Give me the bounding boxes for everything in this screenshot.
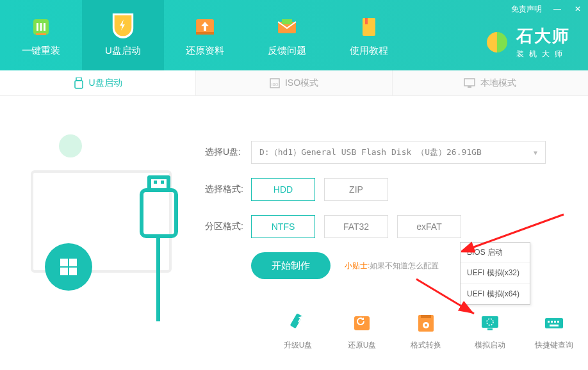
usb-illustration: [140, 188, 178, 238]
partition-option-exfat[interactable]: exFAT: [397, 215, 461, 238]
svg-rect-16: [468, 86, 471, 88]
usb-icon: [74, 77, 84, 89]
svg-rect-34: [557, 321, 559, 323]
tool-label: 快捷键查询: [535, 340, 573, 351]
tool-row: 升级U盘 还原U盘 格式转换 模拟启动 快捷键查询: [275, 312, 576, 351]
bars-icon: [28, 14, 54, 40]
svg-rect-35: [550, 325, 559, 326]
svg-rect-18: [69, 259, 77, 266]
book-icon: [356, 14, 382, 40]
svg-text:ISO: ISO: [272, 83, 279, 86]
usb-restore-icon: [350, 312, 373, 335]
menu-item-uefi-x32[interactable]: UEFI 模拟(x32): [461, 263, 530, 284]
menu-item-uefi-x64[interactable]: UEFI 模拟(x64): [461, 284, 530, 304]
label-select-disk: 选择U盘:: [205, 147, 251, 158]
svg-rect-33: [554, 321, 556, 323]
svg-rect-4: [36, 33, 46, 35]
tool-label: 格式转换: [411, 340, 441, 351]
svg-rect-31: [548, 321, 550, 323]
logo-icon: [484, 29, 510, 55]
tool-label: 升级U盘: [284, 340, 313, 351]
nav-restore-data[interactable]: 还原资料: [164, 0, 246, 70]
nav-usb-boot[interactable]: U盘启动: [82, 0, 164, 70]
chevron-down-icon: ▼: [534, 149, 537, 156]
simulate-boot-menu: BIOS 启动 UEFI 模拟(x32) UEFI 模拟(x64): [460, 242, 530, 305]
svg-rect-32: [551, 321, 553, 323]
tool-label: 模拟启动: [475, 340, 505, 351]
menu-item-bios[interactable]: BIOS 启动: [461, 243, 530, 263]
windows-logo-circle: [45, 243, 92, 291]
svg-rect-30: [545, 318, 563, 328]
svg-point-26: [425, 324, 427, 326]
svg-rect-29: [487, 328, 493, 330]
format-option-hdd[interactable]: HDD: [251, 178, 315, 201]
svg-rect-24: [421, 315, 431, 318]
start-button[interactable]: 开始制作: [251, 252, 331, 279]
svg-rect-6: [196, 32, 214, 35]
disclaimer-link[interactable]: 免责声明: [511, 4, 542, 15]
iso-icon: ISO: [270, 78, 280, 88]
partition-option-ntfs[interactable]: NTFS: [251, 215, 315, 238]
subtab-label: U盘启动: [89, 77, 122, 89]
svg-rect-27: [482, 316, 498, 328]
svg-rect-21: [290, 313, 303, 328]
simulate-boot-icon: [478, 312, 502, 335]
minimize-button[interactable]: —: [552, 4, 562, 13]
app-header: 一键重装 U盘启动 还原资料 反馈问题 使用教程: [0, 0, 588, 70]
upload-box-icon: [192, 14, 218, 40]
svg-rect-20: [69, 268, 77, 275]
svg-rect-8: [282, 19, 292, 24]
titlebar: 免责声明 — ✕: [511, 3, 583, 15]
nav-label: 一键重装: [22, 45, 60, 57]
shield-bolt-icon: [110, 14, 136, 40]
tool-restore-usb[interactable]: 还原U盘: [339, 312, 384, 351]
logo-text: 石大师: [516, 25, 570, 47]
format-option-zip[interactable]: ZIP: [324, 178, 388, 201]
tool-format-convert[interactable]: 格式转换: [404, 312, 448, 351]
nav-label: U盘启动: [105, 45, 141, 57]
tool-label: 还原U盘: [348, 340, 377, 351]
nav-label: 反馈问题: [268, 45, 306, 57]
keyboard-icon: [543, 312, 566, 335]
partition-option-fat32[interactable]: FAT32: [324, 215, 388, 238]
subtab-bar: U盘启动 ISO ISO模式 本地模式: [0, 70, 588, 96]
nav-reinstall[interactable]: 一键重装: [0, 0, 82, 70]
svg-rect-12: [75, 81, 83, 88]
svg-rect-10: [365, 18, 368, 24]
nav-label: 使用教程: [350, 45, 388, 57]
close-button[interactable]: ✕: [573, 4, 583, 13]
svg-rect-19: [60, 268, 68, 275]
label-partition: 分区格式:: [205, 221, 251, 232]
nav-feedback[interactable]: 反馈问题: [246, 0, 328, 70]
subtab-usb-boot[interactable]: U盘启动: [0, 70, 196, 95]
illustration: [26, 115, 192, 301]
disk-select[interactable]: D:（hd1）General USB Flash Disk （U盘）26.91G…: [251, 141, 546, 164]
tool-upgrade-usb[interactable]: 升级U盘: [275, 312, 320, 351]
label-format: 选择格式:: [205, 184, 251, 195]
disk-select-value: D:（hd1）General USB Flash Disk （U盘）26.91G…: [259, 147, 482, 158]
logo-subtitle: 装机大师: [516, 49, 570, 60]
svg-rect-1: [37, 23, 38, 31]
subtab-iso[interactable]: ISO ISO模式: [196, 70, 392, 95]
nav-tutorial[interactable]: 使用教程: [328, 0, 410, 70]
nav-bar: 一键重装 U盘启动 还原资料 反馈问题 使用教程: [0, 0, 410, 70]
gear-decoration: [59, 134, 82, 157]
tool-hotkey-query[interactable]: 快捷键查询: [532, 312, 576, 351]
mail-icon: [274, 14, 300, 40]
tip-prefix: 小贴士:: [345, 261, 370, 270]
tool-simulate-boot[interactable]: 模拟启动: [468, 312, 512, 351]
monitor-icon: [464, 78, 475, 88]
svg-rect-17: [60, 259, 68, 266]
format-convert-icon: [414, 312, 437, 335]
svg-rect-9: [363, 18, 375, 36]
usb-upgrade-icon: [286, 312, 309, 335]
svg-rect-2: [40, 23, 42, 31]
logo: 石大师 装机大师: [484, 25, 570, 60]
nav-label: 还原资料: [186, 45, 224, 57]
tip-body: 如果不知道怎么配置: [370, 261, 439, 270]
svg-rect-3: [44, 23, 45, 31]
windows-icon: [58, 256, 79, 278]
subtab-label: ISO模式: [285, 77, 318, 89]
subtab-local[interactable]: 本地模式: [393, 70, 588, 95]
subtab-label: 本地模式: [480, 77, 516, 89]
